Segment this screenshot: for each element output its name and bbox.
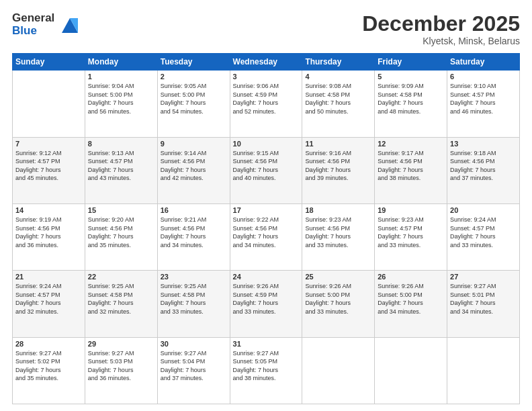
- day-info: Sunrise: 9:09 AM Sunset: 4:58 PM Dayligh…: [378, 82, 444, 116]
- day-info: Sunrise: 9:26 AM Sunset: 5:00 PM Dayligh…: [378, 282, 444, 316]
- table-row: 3Sunrise: 9:06 AM Sunset: 4:59 PM Daylig…: [230, 71, 302, 137]
- table-row: 13Sunrise: 9:18 AM Sunset: 4:56 PM Dayli…: [447, 137, 520, 203]
- day-info: Sunrise: 9:25 AM Sunset: 4:58 PM Dayligh…: [88, 282, 154, 316]
- day-number: 8: [88, 140, 154, 148]
- table-row: 14Sunrise: 9:19 AM Sunset: 4:56 PM Dayli…: [13, 203, 85, 270]
- calendar-header-row: Sunday Monday Tuesday Wednesday Thursday…: [13, 54, 520, 71]
- calendar-week-5: 28Sunrise: 9:27 AM Sunset: 5:02 PM Dayli…: [13, 337, 520, 404]
- table-row: 22Sunrise: 9:25 AM Sunset: 4:58 PM Dayli…: [85, 271, 157, 337]
- table-row: [375, 337, 447, 404]
- day-number: 9: [161, 140, 227, 148]
- table-row: 26Sunrise: 9:26 AM Sunset: 5:00 PM Dayli…: [375, 271, 447, 337]
- day-number: 17: [233, 206, 300, 214]
- day-info: Sunrise: 9:05 AM Sunset: 5:00 PM Dayligh…: [161, 82, 227, 116]
- table-row: 8Sunrise: 9:13 AM Sunset: 4:57 PM Daylig…: [85, 137, 157, 203]
- day-number: 24: [233, 273, 300, 281]
- day-info: Sunrise: 9:22 AM Sunset: 4:56 PM Dayligh…: [233, 216, 300, 249]
- day-number: 26: [378, 273, 444, 281]
- logo-general: General: [12, 12, 54, 25]
- calendar-table: Sunday Monday Tuesday Wednesday Thursday…: [12, 53, 520, 404]
- table-row: 16Sunrise: 9:21 AM Sunset: 4:56 PM Dayli…: [157, 203, 230, 270]
- header-tuesday: Tuesday: [157, 54, 230, 71]
- table-row: 27Sunrise: 9:27 AM Sunset: 5:01 PM Dayli…: [447, 271, 520, 337]
- table-row: [13, 71, 85, 137]
- table-row: 21Sunrise: 9:24 AM Sunset: 4:57 PM Dayli…: [13, 271, 85, 337]
- day-number: 12: [378, 140, 444, 148]
- day-info: Sunrise: 9:27 AM Sunset: 5:02 PM Dayligh…: [15, 349, 82, 383]
- day-info: Sunrise: 9:14 AM Sunset: 4:56 PM Dayligh…: [161, 149, 227, 183]
- day-info: Sunrise: 9:08 AM Sunset: 4:58 PM Dayligh…: [305, 82, 371, 116]
- logo-blue: Blue: [12, 25, 54, 38]
- table-row: 4Sunrise: 9:08 AM Sunset: 4:58 PM Daylig…: [302, 71, 375, 137]
- table-row: 17Sunrise: 9:22 AM Sunset: 4:56 PM Dayli…: [230, 203, 302, 270]
- header-saturday: Saturday: [447, 54, 520, 71]
- day-number: 25: [305, 273, 371, 281]
- day-info: Sunrise: 9:23 AM Sunset: 4:57 PM Dayligh…: [378, 216, 444, 249]
- table-row: 20Sunrise: 9:24 AM Sunset: 4:57 PM Dayli…: [447, 203, 520, 270]
- table-row: 6Sunrise: 9:10 AM Sunset: 4:57 PM Daylig…: [447, 71, 520, 137]
- table-row: 18Sunrise: 9:23 AM Sunset: 4:56 PM Dayli…: [302, 203, 375, 270]
- day-number: 1: [88, 73, 154, 81]
- day-info: Sunrise: 9:10 AM Sunset: 4:57 PM Dayligh…: [450, 82, 517, 116]
- day-number: 19: [378, 206, 444, 214]
- day-number: 2: [161, 73, 227, 81]
- table-row: 7Sunrise: 9:12 AM Sunset: 4:57 PM Daylig…: [13, 137, 85, 203]
- table-row: 19Sunrise: 9:23 AM Sunset: 4:57 PM Dayli…: [375, 203, 447, 270]
- day-info: Sunrise: 9:24 AM Sunset: 4:57 PM Dayligh…: [15, 282, 82, 316]
- location-subtitle: Klyetsk, Minsk, Belarus: [362, 36, 520, 46]
- day-number: 4: [305, 73, 371, 81]
- table-row: 31Sunrise: 9:27 AM Sunset: 5:05 PM Dayli…: [230, 337, 302, 404]
- table-row: 9Sunrise: 9:14 AM Sunset: 4:56 PM Daylig…: [157, 137, 230, 203]
- day-info: Sunrise: 9:23 AM Sunset: 4:56 PM Dayligh…: [305, 216, 371, 249]
- day-info: Sunrise: 9:15 AM Sunset: 4:56 PM Dayligh…: [233, 149, 300, 183]
- day-info: Sunrise: 9:20 AM Sunset: 4:56 PM Dayligh…: [88, 216, 154, 249]
- day-info: Sunrise: 9:27 AM Sunset: 5:01 PM Dayligh…: [450, 282, 517, 316]
- day-number: 3: [233, 73, 300, 81]
- table-row: 5Sunrise: 9:09 AM Sunset: 4:58 PM Daylig…: [375, 71, 447, 137]
- day-info: Sunrise: 9:17 AM Sunset: 4:56 PM Dayligh…: [378, 149, 444, 183]
- day-number: 21: [15, 273, 82, 281]
- day-number: 20: [450, 206, 517, 214]
- calendar-week-3: 14Sunrise: 9:19 AM Sunset: 4:56 PM Dayli…: [13, 203, 520, 270]
- day-info: Sunrise: 9:04 AM Sunset: 5:00 PM Dayligh…: [88, 82, 154, 116]
- day-info: Sunrise: 9:19 AM Sunset: 4:56 PM Dayligh…: [15, 216, 82, 249]
- day-number: 7: [15, 140, 82, 148]
- table-row: 2Sunrise: 9:05 AM Sunset: 5:00 PM Daylig…: [157, 71, 230, 137]
- table-row: 15Sunrise: 9:20 AM Sunset: 4:56 PM Dayli…: [85, 203, 157, 270]
- table-row: 1Sunrise: 9:04 AM Sunset: 5:00 PM Daylig…: [85, 71, 157, 137]
- header-thursday: Thursday: [302, 54, 375, 71]
- table-row: 11Sunrise: 9:16 AM Sunset: 4:56 PM Dayli…: [302, 137, 375, 203]
- header-friday: Friday: [375, 54, 447, 71]
- day-number: 11: [305, 140, 371, 148]
- calendar-week-4: 21Sunrise: 9:24 AM Sunset: 4:57 PM Dayli…: [13, 271, 520, 337]
- day-number: 18: [305, 206, 371, 214]
- header: General Blue December 2025 Klyetsk, Mins…: [12, 12, 520, 46]
- calendar-week-2: 7Sunrise: 9:12 AM Sunset: 4:57 PM Daylig…: [13, 137, 520, 203]
- table-row: [447, 337, 520, 404]
- title-block: December 2025 Klyetsk, Minsk, Belarus: [362, 12, 520, 46]
- day-number: 6: [450, 73, 517, 81]
- day-info: Sunrise: 9:25 AM Sunset: 4:58 PM Dayligh…: [161, 282, 227, 316]
- month-title: December 2025: [362, 12, 520, 36]
- day-info: Sunrise: 9:13 AM Sunset: 4:57 PM Dayligh…: [88, 149, 154, 183]
- day-number: 31: [233, 340, 300, 348]
- day-info: Sunrise: 9:16 AM Sunset: 4:56 PM Dayligh…: [305, 149, 371, 183]
- table-row: [302, 337, 375, 404]
- calendar-week-1: 1Sunrise: 9:04 AM Sunset: 5:00 PM Daylig…: [13, 71, 520, 137]
- day-info: Sunrise: 9:24 AM Sunset: 4:57 PM Dayligh…: [450, 216, 517, 249]
- day-info: Sunrise: 9:26 AM Sunset: 5:00 PM Dayligh…: [305, 282, 371, 316]
- table-row: 28Sunrise: 9:27 AM Sunset: 5:02 PM Dayli…: [13, 337, 85, 404]
- day-number: 15: [88, 206, 154, 214]
- header-monday: Monday: [85, 54, 157, 71]
- day-number: 10: [233, 140, 300, 148]
- table-row: 23Sunrise: 9:25 AM Sunset: 4:58 PM Dayli…: [157, 271, 230, 337]
- day-info: Sunrise: 9:27 AM Sunset: 5:04 PM Dayligh…: [161, 349, 227, 383]
- day-number: 16: [161, 206, 227, 214]
- table-row: 10Sunrise: 9:15 AM Sunset: 4:56 PM Dayli…: [230, 137, 302, 203]
- day-number: 28: [15, 340, 82, 348]
- day-info: Sunrise: 9:06 AM Sunset: 4:59 PM Dayligh…: [233, 82, 300, 116]
- header-sunday: Sunday: [13, 54, 85, 71]
- header-wednesday: Wednesday: [230, 54, 302, 71]
- day-number: 29: [88, 340, 154, 348]
- day-info: Sunrise: 9:26 AM Sunset: 4:59 PM Dayligh…: [233, 282, 300, 316]
